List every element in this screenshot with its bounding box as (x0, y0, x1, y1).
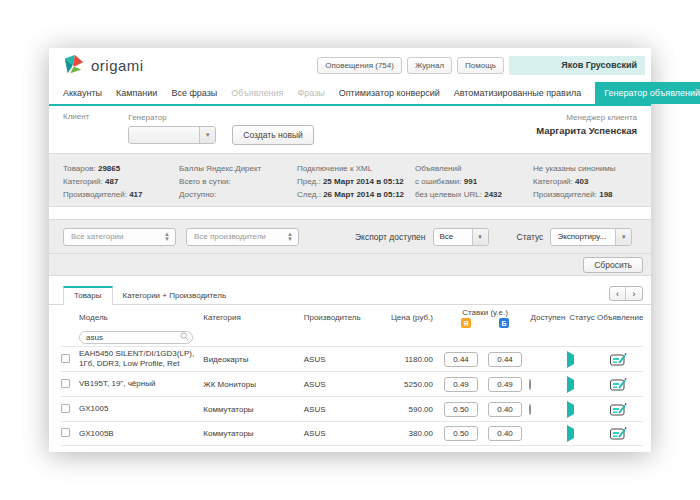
stat-value: 29865 (98, 164, 120, 173)
stats-band: Товаров: 29865 Категорий: 487 Производит… (49, 153, 651, 207)
status-play-icon[interactable] (567, 425, 574, 442)
reset-button[interactable]: Сбросить (583, 257, 643, 273)
filters-band: Все категории ▲▼ Все производители ▲▼ Эк… (49, 219, 651, 276)
stats-products: Товаров: 29865 Категорий: 487 Производит… (63, 162, 179, 206)
bids-header-label: Ставки (у.е.) (462, 308, 508, 317)
col-header-model: Модель (79, 313, 203, 322)
pagination: ‹ › (609, 286, 643, 301)
status-play-icon[interactable] (567, 351, 574, 368)
search-icon (180, 332, 189, 341)
col-header-price: Цена (руб.) (385, 313, 441, 322)
stat-label: Производителей: (63, 190, 127, 199)
stat-label: Баллы Яндекс.Директ (179, 164, 261, 173)
col-header-bids: Ставки (у.е.) Я Б (441, 306, 529, 328)
nav-automated-rules[interactable]: Автоматизированные правила (454, 82, 581, 104)
table-header-row: Модель Категория Производитель Цена (руб… (61, 305, 643, 329)
begun-bid-input[interactable] (488, 377, 522, 392)
prev-page-button[interactable]: ‹ (610, 287, 626, 300)
col-header-manufacturer: Производитель (304, 313, 385, 322)
export-select-value: Все (440, 232, 454, 241)
stat-value: 25 Март 2014 в 05:12 (323, 177, 404, 186)
manufacturer-filter-select[interactable]: Все производители ▲▼ (186, 228, 299, 246)
status-select[interactable]: Экспортиру... ▾ (550, 228, 632, 246)
nav-right-group: Оптимизатор конверсий Автоматизированные… (339, 82, 700, 104)
stat-label: Производителей: (533, 190, 597, 199)
cell-model: GX1005 (79, 402, 203, 416)
begun-icon: Б (499, 318, 509, 328)
row-checkbox[interactable] (61, 404, 70, 413)
stat-value: 26 Март 2014 в 05:12 (323, 190, 404, 199)
app-window: origami Оповещения (754) Журнал Помощь Я… (49, 48, 651, 452)
stat-label: Пред.: (297, 177, 321, 186)
edit-ad-icon[interactable] (610, 427, 627, 440)
row-checkbox[interactable] (61, 428, 70, 437)
stat-value: 487 (105, 177, 118, 186)
sort-arrows-icon: ▲▼ (287, 232, 293, 242)
yandex-bid-input[interactable] (444, 352, 478, 367)
chevron-down-icon: ▾ (199, 127, 215, 143)
logo-text: origami (91, 57, 144, 74)
search-row (61, 329, 643, 346)
nav-accounts[interactable]: Аккаунты (63, 82, 102, 104)
cell-category: Коммутаторы (203, 427, 303, 440)
user-name-box[interactable]: Яков Грусовский (509, 56, 645, 75)
export-select[interactable]: Все ▾ (433, 228, 489, 246)
stats-missing-synonyms: Не указаны синонимы Категорий: 403 Произ… (533, 162, 651, 206)
cell-manufacturer: ASUS (304, 427, 385, 440)
client-label: Клиент (63, 112, 89, 153)
yandex-bid-input[interactable] (444, 426, 478, 441)
nav-ad-generator[interactable]: Генератор объявлений (595, 82, 700, 104)
manager-label: Менеджер клиента (566, 113, 637, 122)
stat-label: Доступно: (179, 190, 216, 199)
cell-category: Коммутаторы (203, 403, 303, 416)
stats-yandex-points: Баллы Яндекс.Директ Всего в сутки: Досту… (179, 162, 297, 206)
chevron-down-icon: ▾ (472, 229, 488, 245)
status-play-icon[interactable] (567, 401, 574, 418)
yandex-bid-input[interactable] (444, 402, 478, 417)
edit-ad-icon[interactable] (610, 403, 627, 416)
begun-bid-input[interactable] (488, 402, 522, 417)
cell-price: 590.00 (385, 403, 441, 416)
category-filter-select[interactable]: Все категории ▲▼ (63, 228, 176, 246)
manager-name: Маргарита Успенская (536, 125, 637, 136)
row-checkbox[interactable] (61, 379, 70, 388)
begun-bid-input[interactable] (488, 426, 522, 441)
col-header-available: Доступен (529, 313, 567, 322)
origami-logo: origami (63, 54, 144, 76)
table-row: EAH5450 SILENT/DI/1GD3(LP), 1Гб, DDR3, L… (61, 346, 643, 371)
available-indicator (529, 379, 531, 390)
nav-campaigns[interactable]: Кампании (116, 82, 157, 104)
table-tabs: Товары Категории + Производитель ‹ › (49, 286, 651, 305)
begun-bid-input[interactable] (488, 352, 522, 367)
edit-ad-icon[interactable] (610, 378, 627, 391)
generator-select[interactable]: ▾ (128, 126, 216, 144)
cell-price: 380.00 (385, 427, 441, 440)
alerts-button[interactable]: Оповещения (754) (317, 57, 402, 74)
col-header-status: Статус (567, 313, 597, 322)
nav-all-phrases[interactable]: Все фразы (171, 82, 217, 104)
generator-block: Генератор ▾ Создать новый (128, 112, 313, 153)
yandex-bid-input[interactable] (444, 377, 478, 392)
nav-conversion-optimizer[interactable]: Оптимизатор конверсий (339, 82, 440, 104)
top-actions: Оповещения (754) Журнал Помощь Яков Грус… (317, 56, 645, 75)
tab-products[interactable]: Товары (63, 286, 113, 305)
tab-categories-manufacturer[interactable]: Категории + Производитель (113, 288, 237, 304)
stat-label: След.: (297, 190, 321, 199)
next-page-button[interactable]: › (626, 287, 642, 300)
help-button[interactable]: Помощь (457, 57, 504, 74)
create-new-button[interactable]: Создать новый (232, 125, 313, 145)
top-bar: origami Оповещения (754) Журнал Помощь Я… (49, 48, 651, 82)
cell-manufacturer: ASUS (304, 353, 385, 366)
cell-category: ЖК Мониторы (203, 378, 303, 391)
edit-ad-icon[interactable] (610, 353, 627, 366)
main-nav: Аккаунты Кампании Все фразы Объявления Ф… (49, 82, 651, 106)
stat-label: Категорий: (533, 177, 573, 186)
yandex-direct-icon: Я (461, 318, 471, 328)
stat-value: 403 (575, 177, 588, 186)
status-play-icon[interactable] (567, 376, 574, 393)
table-row: VB195T, 19", чёрный ЖК Мониторы ASUS 525… (61, 371, 643, 396)
row-checkbox[interactable] (61, 354, 70, 363)
table-row: GX1005 Коммутаторы ASUS 590.00 (61, 396, 643, 421)
model-search-input[interactable] (79, 331, 193, 344)
journal-button[interactable]: Журнал (407, 57, 452, 74)
